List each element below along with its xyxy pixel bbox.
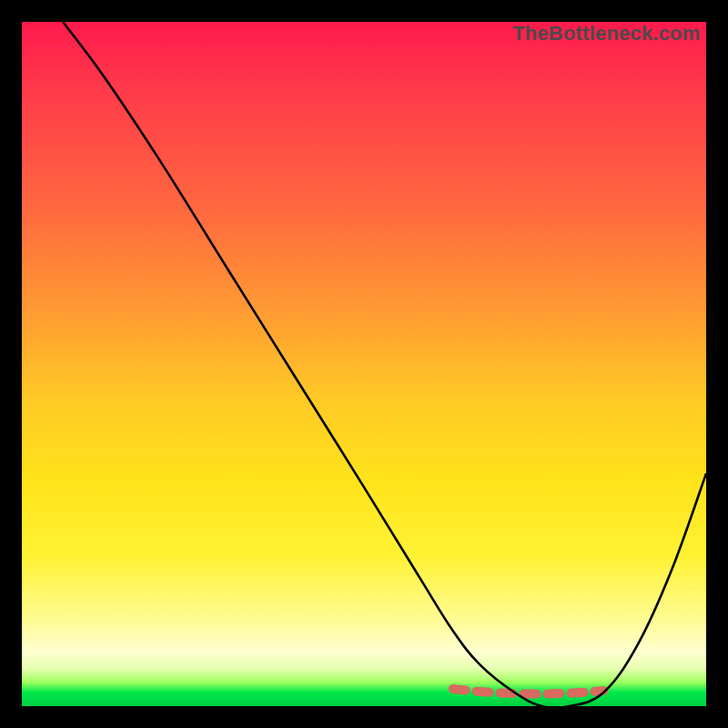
bottleneck-curve xyxy=(63,22,706,706)
chart-frame: TheBottleneck.com xyxy=(22,22,706,706)
optimal-range-marker xyxy=(453,689,603,694)
chart-svg xyxy=(22,22,706,706)
